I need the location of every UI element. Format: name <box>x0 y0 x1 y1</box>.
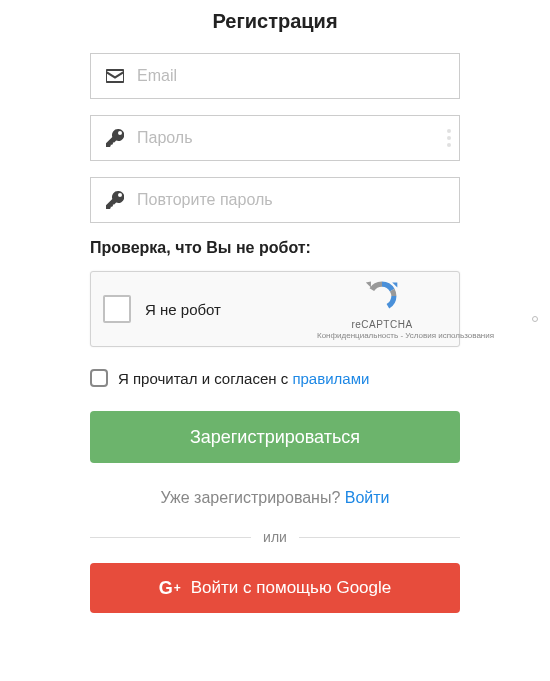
recaptcha-links[interactable]: Конфиденциальность - Условия использован… <box>317 331 447 340</box>
terms-checkbox[interactable] <box>90 369 108 387</box>
divider-line <box>90 537 251 538</box>
terms-link[interactable]: правилами <box>292 370 369 387</box>
password-confirm-input[interactable] <box>137 191 445 209</box>
terms-text: Я прочитал и согласен с правилами <box>118 370 369 387</box>
login-link[interactable]: Войти <box>345 489 390 506</box>
envelope-icon <box>105 66 125 86</box>
email-input-group[interactable] <box>90 53 460 99</box>
email-input[interactable] <box>137 67 445 85</box>
recaptcha-brand: reCAPTCHA Конфиденциальность - Условия и… <box>317 279 447 340</box>
recaptcha-checkbox[interactable] <box>103 295 131 323</box>
recaptcha-widget[interactable]: Я не робот reCAPTCHA Конфиденциальность … <box>90 271 460 347</box>
google-plus-icon: G+ <box>159 578 181 599</box>
google-button-label: Войти с помощью Google <box>191 578 391 598</box>
key-icon <box>105 128 125 148</box>
more-vertical-icon[interactable] <box>447 129 451 147</box>
already-registered-row: Уже зарегистрированы? Войти <box>90 489 460 507</box>
robot-check-label: Проверка, что Вы не робот: <box>90 239 460 257</box>
recaptcha-icon <box>365 279 399 313</box>
password-confirm-input-group[interactable] <box>90 177 460 223</box>
google-login-button[interactable]: G+ Войти с помощью Google <box>90 563 460 613</box>
divider-text: или <box>263 529 287 545</box>
divider-line <box>299 537 460 538</box>
password-input-group[interactable] <box>90 115 460 161</box>
key-icon <box>105 190 125 210</box>
recaptcha-brand-name: reCAPTCHA <box>317 319 447 330</box>
password-input[interactable] <box>137 129 445 147</box>
side-indicator-icon <box>532 316 538 322</box>
page-title: Регистрация <box>90 10 460 33</box>
recaptcha-label: Я не робот <box>145 301 317 318</box>
divider: или <box>90 529 460 545</box>
register-button[interactable]: Зарегистрироваться <box>90 411 460 463</box>
svg-marker-1 <box>366 281 371 287</box>
terms-row: Я прочитал и согласен с правилами <box>90 369 460 387</box>
